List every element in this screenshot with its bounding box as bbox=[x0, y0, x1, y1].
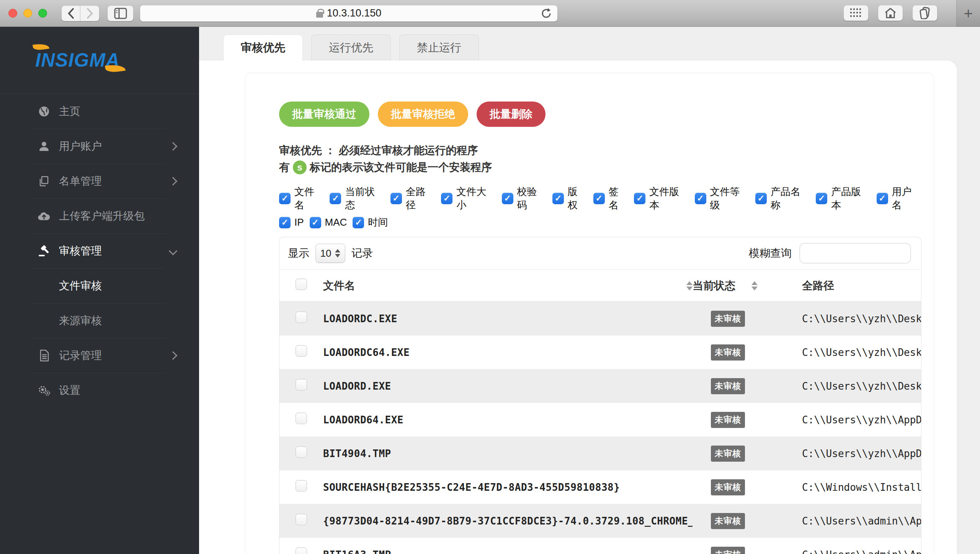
filter-time[interactable]: ✓时间 bbox=[353, 216, 388, 229]
tab-run-first[interactable]: 运行优先 bbox=[311, 34, 391, 61]
checkbox-checked-icon[interactable]: ✓ bbox=[330, 193, 341, 204]
checkbox-checked-icon[interactable]: ✓ bbox=[593, 193, 605, 204]
column-header-filename[interactable]: 文件名 bbox=[323, 279, 355, 293]
sidebar-item-file-audit[interactable]: 文件审核 bbox=[0, 268, 199, 303]
checkbox-checked-icon[interactable]: ✓ bbox=[634, 193, 645, 204]
row-checkbox[interactable] bbox=[296, 379, 307, 390]
sidebar-toggle-button[interactable] bbox=[108, 6, 133, 21]
filter-ip[interactable]: ✓IP bbox=[279, 216, 304, 228]
checkbox-checked-icon[interactable]: ✓ bbox=[552, 193, 564, 204]
status-badge: 未审核 bbox=[711, 344, 745, 361]
filter-filename[interactable]: ✓文件名 bbox=[279, 185, 324, 212]
row-checkbox[interactable] bbox=[296, 446, 307, 458]
sidebar-item-settings[interactable]: 设置 bbox=[0, 373, 199, 408]
checkbox-checked-icon[interactable]: ✓ bbox=[279, 217, 291, 228]
forward-button[interactable] bbox=[80, 6, 99, 21]
fuzzy-search-input[interactable] bbox=[799, 243, 911, 264]
tab-forbid-run[interactable]: 禁止运行 bbox=[399, 34, 479, 61]
tab-audit-first[interactable]: 审核优先 bbox=[223, 34, 303, 61]
filter-product-name[interactable]: ✓产品名称 bbox=[755, 185, 810, 212]
file-name: BIT16A3.TMP bbox=[323, 538, 693, 554]
column-header-status[interactable]: 当前状态 bbox=[693, 279, 735, 293]
bulk-actions: 批量审核通过 批量审核拒绝 批量删除 bbox=[279, 102, 921, 127]
sort-icon[interactable] bbox=[751, 281, 758, 290]
sidebar-item-label: 用户账户 bbox=[59, 139, 170, 154]
checkbox-checked-icon[interactable]: ✓ bbox=[695, 193, 706, 204]
row-checkbox[interactable] bbox=[296, 345, 307, 357]
gears-icon bbox=[38, 384, 51, 397]
table-row: LOADORD64.EXE 未审核 C:\\Users\\yzh\\AppDat… bbox=[279, 403, 921, 437]
cloud-upload-icon bbox=[38, 210, 51, 223]
audit-first-pane: 批量审核通过 批量审核拒绝 批量删除 审核优先 ： 必须经过审核才能运行的程序 … bbox=[245, 73, 934, 554]
filter-file-size[interactable]: ✓文件大小 bbox=[441, 185, 496, 212]
column-header-path[interactable]: 全路径 bbox=[802, 280, 834, 292]
bulk-delete-button[interactable]: 批量删除 bbox=[477, 102, 546, 127]
table-row: SOURCEHASH{B2E25355-C24E-4E7D-8AD3-455D5… bbox=[279, 470, 921, 504]
row-checkbox[interactable] bbox=[296, 413, 307, 424]
filter-current-status[interactable]: ✓当前状态 bbox=[330, 185, 384, 212]
checkbox-checked-icon[interactable]: ✓ bbox=[279, 193, 291, 204]
checkbox-checked-icon[interactable]: ✓ bbox=[502, 193, 513, 204]
select-all-checkbox[interactable] bbox=[296, 279, 307, 290]
filter-product-version[interactable]: ✓产品版本 bbox=[816, 185, 871, 212]
minimize-button[interactable] bbox=[23, 9, 32, 18]
sidebar-item-upload-client-package[interactable]: 上传客户端升级包 bbox=[0, 198, 199, 233]
sidebar-item-user-accounts[interactable]: 用户账户 bbox=[0, 129, 199, 164]
fuzzy-search: 模糊查询 bbox=[749, 243, 911, 264]
sidebar-item-list-management[interactable]: 名单管理 bbox=[0, 164, 199, 198]
url-field[interactable]: 10.3.10.150 bbox=[140, 5, 557, 21]
file-path: C:\\Windows\\Installer\\SOURC bbox=[793, 470, 921, 504]
checkbox-checked-icon[interactable]: ✓ bbox=[816, 193, 827, 204]
sidebar-item-label: 记录管理 bbox=[59, 348, 170, 363]
checkbox-checked-icon[interactable]: ✓ bbox=[755, 193, 767, 204]
records-label: 记录 bbox=[351, 246, 373, 261]
home-button[interactable] bbox=[878, 5, 903, 21]
sidebar-item-source-audit[interactable]: 来源审核 bbox=[0, 303, 199, 338]
filter-copyright[interactable]: ✓版权 bbox=[552, 185, 588, 212]
checkbox-checked-icon[interactable]: ✓ bbox=[353, 217, 364, 228]
filter-file-version[interactable]: ✓文件版本 bbox=[634, 185, 689, 212]
sidebar-item-home[interactable]: 主页 bbox=[0, 94, 199, 129]
bulk-approve-button[interactable]: 批量审核通过 bbox=[279, 102, 369, 127]
zoom-button[interactable] bbox=[38, 9, 47, 18]
bulk-reject-button[interactable]: 批量审核拒绝 bbox=[378, 102, 468, 127]
new-tab-button[interactable]: + bbox=[956, 0, 980, 27]
filter-checksum[interactable]: ✓校验码 bbox=[502, 185, 547, 212]
description-line2-prefix: 有 bbox=[279, 160, 290, 175]
file-name: {98773D04-8214-49D7-8B79-37C1CCF8DCE3}-7… bbox=[323, 504, 693, 538]
page-size-select[interactable]: 10 bbox=[315, 244, 345, 263]
filter-username[interactable]: ✓用户名 bbox=[877, 185, 921, 212]
row-checkbox[interactable] bbox=[296, 547, 307, 554]
row-checkbox[interactable] bbox=[296, 311, 307, 323]
top-sites-button[interactable] bbox=[844, 5, 868, 21]
filter-full-path[interactable]: ✓全路径 bbox=[390, 185, 435, 212]
sidebar: INSIGMA 主页 用户账户 名单管 bbox=[0, 27, 199, 554]
sidebar-item-record-management[interactable]: 记录管理 bbox=[0, 338, 199, 373]
checkbox-checked-icon[interactable]: ✓ bbox=[441, 193, 452, 204]
row-checkbox[interactable] bbox=[296, 514, 307, 525]
row-checkbox[interactable] bbox=[296, 480, 307, 492]
tab-label: 审核优先 bbox=[241, 40, 285, 56]
table-row: LOADORD.EXE 未审核 C:\\Users\\yzh\\Desktop\… bbox=[279, 369, 921, 403]
sidebar-item-label: 来源审核 bbox=[59, 313, 176, 328]
checkbox-checked-icon[interactable]: ✓ bbox=[390, 193, 402, 204]
show-all-tabs-button[interactable] bbox=[913, 5, 937, 21]
sidebar-item-audit-management[interactable]: 审核管理 bbox=[0, 233, 199, 268]
filter-file-level[interactable]: ✓文件等级 bbox=[695, 185, 750, 212]
url-text: 10.3.10.150 bbox=[327, 7, 382, 19]
close-button[interactable] bbox=[8, 9, 17, 18]
sort-icon[interactable] bbox=[686, 281, 693, 290]
refresh-icon bbox=[541, 7, 552, 20]
sidebar-icon bbox=[114, 8, 127, 19]
checkbox-checked-icon[interactable]: ✓ bbox=[310, 217, 321, 228]
checkbox-checked-icon[interactable]: ✓ bbox=[877, 193, 888, 204]
file-name: LOADORD.EXE bbox=[323, 369, 693, 403]
filter-signature[interactable]: ✓签名 bbox=[593, 185, 629, 212]
sidebar-item-label: 上传客户端升级包 bbox=[59, 209, 176, 223]
back-button[interactable] bbox=[62, 6, 80, 21]
sidebar-item-label: 审核管理 bbox=[59, 244, 170, 258]
home-icon bbox=[884, 7, 897, 19]
filter-mac[interactable]: ✓MAC bbox=[310, 216, 347, 228]
chevron-right-icon bbox=[169, 351, 178, 360]
refresh-button[interactable] bbox=[541, 7, 552, 20]
